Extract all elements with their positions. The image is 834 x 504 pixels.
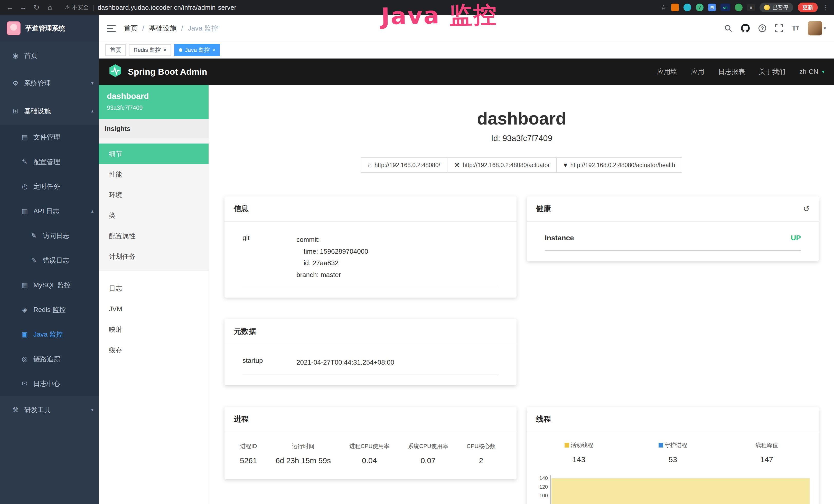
health-url-link[interactable]: ♥ http://192.168.0.2:48080/actuator/heal… xyxy=(556,157,682,173)
profile-paused-button[interactable]: 已暂停 xyxy=(760,3,793,12)
bookmark-star-icon[interactable]: ☆ xyxy=(661,4,666,12)
legend-swatch-blue xyxy=(659,443,663,448)
sidebar-item-home[interactable]: ◉ 首页 xyxy=(0,42,98,69)
sba-body: dashboard 93a3fc7f7409 Insights 细节 性能 环境… xyxy=(98,85,834,504)
tag-home[interactable]: 首页 xyxy=(105,44,126,56)
help-icon[interactable]: ? xyxy=(759,24,766,32)
sba-item-metrics[interactable]: 性能 xyxy=(98,164,208,185)
stat-uptime: 运行时间 6d 23h 15m 59s xyxy=(276,442,331,465)
user-avatar[interactable]: ▾ xyxy=(808,21,826,36)
chart-plot-area xyxy=(550,475,814,504)
sba-nav-wallboard[interactable]: 应用墙 xyxy=(657,67,677,76)
main-column: 首页 / 基础设施 / Java 监控 ? xyxy=(98,15,834,504)
instance-name: dashboard xyxy=(107,91,200,101)
sidebar-item-java-monitor[interactable]: ▣ Java 监控 xyxy=(0,322,98,347)
dashboard-icon: ◉ xyxy=(11,52,20,60)
sba-main: dashboard Id: 93a3fc7f7409 ⌂ http://192.… xyxy=(209,85,834,504)
address-bar[interactable]: ⚠ 不安全 | dashboard.yudao.iocoder.cn/infra… xyxy=(65,4,237,11)
sba-root-items: 日志 JVM 映射 缓存 xyxy=(98,278,208,360)
sidebar-item-scheduled-tasks[interactable]: ◷ 定时任务 xyxy=(0,174,98,199)
info-card: 信息 git commit: time: 1596289704000 id: 2… xyxy=(224,197,517,298)
legend-swatch-yellow xyxy=(565,443,569,448)
sba-item-details[interactable]: 细节 xyxy=(98,143,208,164)
status-badge: UP xyxy=(791,234,801,242)
stat-pid: 进程ID 5261 xyxy=(240,442,257,465)
sba-item-config-props[interactable]: 配置属性 xyxy=(98,226,208,246)
breadcrumb-home[interactable]: 首页 xyxy=(124,24,138,33)
extensions-puzzle-icon[interactable]: ⧈ xyxy=(747,4,755,11)
sidebar-item-mysql-monitor[interactable]: ▦ MySQL 监控 xyxy=(0,273,98,297)
search-icon[interactable] xyxy=(724,24,732,32)
sba-item-environment[interactable]: 环境 xyxy=(98,185,208,205)
sidebar-item-access-logs[interactable]: ✎ 访问日志 xyxy=(0,223,98,248)
browser-toolbar: ← → ↻ ⌂ ⚠ 不安全 | dashboard.yudao.iocoder.… xyxy=(0,0,834,15)
back-icon[interactable]: ← xyxy=(5,3,14,12)
sba-nav-journal[interactable]: 日志报表 xyxy=(718,67,745,76)
tag-redis-monitor[interactable]: Redis 监控 × xyxy=(129,44,171,56)
sba-item-scheduled-tasks[interactable]: 计划任务 xyxy=(98,246,208,267)
sba-item-jvm[interactable]: JVM xyxy=(98,299,208,319)
home-icon[interactable]: ⌂ xyxy=(45,3,54,12)
browser-menu-kebab-icon[interactable]: ⋮ xyxy=(822,4,829,12)
sba-item-classes[interactable]: 类 xyxy=(98,205,208,226)
chrome-update-button[interactable]: 更新 xyxy=(798,3,818,12)
extension-fox-icon[interactable] xyxy=(671,4,679,11)
extension-on-icon[interactable]: on xyxy=(721,4,730,11)
active-threads-area xyxy=(551,478,810,504)
sidebar-item-trace[interactable]: ◎ 链路追踪 xyxy=(0,347,98,371)
sba-locale-select[interactable]: zh-CN xyxy=(799,68,818,76)
sidebar-item-config-management[interactable]: ✎ 配置管理 xyxy=(0,150,98,174)
metadata-card: 元数据 startup 2021-04-27T00:44:31.254+08:0… xyxy=(224,319,517,385)
forward-icon[interactable]: → xyxy=(19,3,28,12)
github-icon[interactable] xyxy=(741,24,750,32)
close-icon[interactable]: × xyxy=(163,47,167,53)
sba-brand[interactable]: Spring Boot Admin xyxy=(128,67,207,77)
extension-leaf-icon[interactable] xyxy=(735,4,743,11)
home-icon: ⌂ xyxy=(368,161,372,169)
fullscreen-icon[interactable] xyxy=(775,24,783,32)
instance-health-row: Instance UP xyxy=(545,234,801,251)
url-text: dashboard.yudao.iocoder.cn/infra/admin-s… xyxy=(97,4,237,11)
card-title: 元数据 xyxy=(224,319,517,344)
sidebar-item-infrastructure[interactable]: ⊞ 基础设施 ▴ xyxy=(0,97,98,125)
stat-process-cpu: 进程CPU使用率 0.04 xyxy=(349,442,389,465)
sidebar-item-file-management[interactable]: ▤ 文件管理 xyxy=(0,125,98,150)
actuator-url-link[interactable]: ⚒ http://192.168.0.2:48080/actuator xyxy=(447,157,557,173)
font-size-icon[interactable]: TT xyxy=(792,24,799,32)
hamburger-icon[interactable] xyxy=(107,25,115,32)
file-icon: ▤ xyxy=(21,133,29,141)
sidebar-item-api-logs[interactable]: ▥ API 日志 ▴ xyxy=(0,199,98,223)
sba-item-logs[interactable]: 日志 xyxy=(98,278,208,299)
service-url-link[interactable]: ⌂ http://192.168.0.2:48080/ xyxy=(360,157,447,173)
refresh-icon[interactable]: ↻ xyxy=(32,3,41,12)
chevron-up-icon: ▴ xyxy=(91,208,93,214)
tags-view: 首页 Redis 监控 × Java 监控 × xyxy=(98,42,834,59)
sba-nav-applications[interactable]: 应用 xyxy=(691,67,704,76)
sidebar-item-dev-tools[interactable]: ⚒ 研发工具 ▾ xyxy=(0,396,98,423)
threads-card: 线程 活动线程 143 守护进程 53 xyxy=(527,407,819,504)
sba-item-mappings[interactable]: 映射 xyxy=(98,319,208,340)
cards-grid: 信息 git commit: time: 1596289704000 id: 2… xyxy=(224,197,819,504)
sidebar-item-log-center[interactable]: ✉ 日志中心 xyxy=(0,371,98,396)
history-icon[interactable]: ↺ xyxy=(803,204,810,213)
tag-java-monitor[interactable]: Java 监控 × xyxy=(174,44,220,56)
sba-header: Spring Boot Admin 应用墙 应用 日志报表 关于我们 zh-CN… xyxy=(98,59,834,85)
sidebar-item-redis-monitor[interactable]: ◈ Redis 监控 xyxy=(0,297,98,322)
sidebar-item-error-logs[interactable]: ✎ 错误日志 xyxy=(0,248,98,273)
sba-item-caches[interactable]: 缓存 xyxy=(98,340,208,360)
extension-drop-icon[interactable] xyxy=(683,4,691,11)
threads-legend: 活动线程 143 守护进程 53 线程峰值 147 xyxy=(527,432,819,466)
sidebar-item-system-management[interactable]: ⚙ 系统管理 ▾ xyxy=(0,69,98,97)
sba-nav-about[interactable]: 关于我们 xyxy=(759,67,786,76)
instance-header[interactable]: dashboard 93a3fc7f7409 xyxy=(98,85,208,119)
api-log-icon: ▥ xyxy=(21,207,29,215)
extension-grid-icon[interactable]: ⊞ xyxy=(708,4,716,11)
legend-peak-threads: 线程峰值 147 xyxy=(720,441,814,464)
error-log-icon: ✎ xyxy=(30,256,38,265)
close-icon[interactable]: × xyxy=(213,47,216,53)
insights-group-label: Insights xyxy=(98,119,208,138)
admin-logo: 芋道管理系统 xyxy=(0,15,98,42)
stat-system-cpu: 系统CPU使用率 0.07 xyxy=(408,442,448,465)
breadcrumb-infrastructure[interactable]: 基础设施 xyxy=(149,24,177,33)
extension-vue-icon[interactable]: v xyxy=(696,4,704,11)
